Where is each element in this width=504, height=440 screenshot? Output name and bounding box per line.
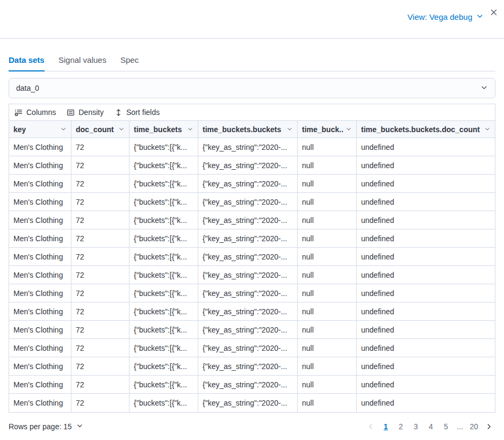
table-cell[interactable]: 72	[71, 193, 129, 211]
table-cell[interactable]: Men's Clothing	[9, 156, 71, 174]
table-cell[interactable]: undefined	[357, 156, 495, 174]
table-cell[interactable]: {"buckets":[{"k...	[129, 138, 198, 156]
column-header-key[interactable]: key	[9, 121, 71, 138]
table-cell[interactable]: null	[298, 156, 357, 174]
view-selector-button[interactable]: View: Vega debug	[407, 12, 484, 21]
table-cell[interactable]: undefined	[357, 376, 495, 393]
table-cell[interactable]: Men's Clothing	[9, 138, 71, 156]
table-cell[interactable]: {"buckets":[{"k...	[129, 394, 198, 412]
table-cell[interactable]: Men's Clothing	[9, 193, 71, 211]
table-cell[interactable]: 72	[71, 138, 129, 156]
table-cell[interactable]: 72	[71, 376, 129, 393]
table-cell[interactable]: undefined	[357, 175, 495, 192]
table-cell[interactable]: {"key_as_string":"2020-...	[198, 229, 298, 247]
table-cell[interactable]: {"key_as_string":"2020-...	[198, 357, 298, 375]
table-cell[interactable]: null	[298, 193, 357, 211]
table-cell[interactable]: {"key_as_string":"2020-...	[198, 376, 298, 393]
table-cell[interactable]: 72	[71, 339, 129, 357]
table-cell[interactable]: null	[298, 357, 357, 375]
table-cell[interactable]: Men's Clothing	[9, 302, 71, 320]
table-cell[interactable]: {"key_as_string":"2020-...	[198, 302, 298, 320]
table-cell[interactable]: undefined	[357, 248, 495, 265]
table-cell[interactable]: Men's Clothing	[9, 394, 71, 412]
table-cell[interactable]: {"key_as_string":"2020-...	[198, 321, 298, 338]
page-button-4[interactable]: 4	[424, 420, 437, 433]
table-cell[interactable]: {"buckets":[{"k...	[129, 266, 198, 284]
table-cell[interactable]: 72	[71, 211, 129, 229]
table-cell[interactable]: undefined	[357, 211, 495, 229]
table-cell[interactable]: {"buckets":[{"k...	[129, 248, 198, 265]
table-cell[interactable]: Men's Clothing	[9, 321, 71, 338]
tab-spec[interactable]: Spec	[120, 55, 139, 71]
table-cell[interactable]: {"key_as_string":"2020-...	[198, 156, 298, 174]
table-cell[interactable]: {"buckets":[{"k...	[129, 339, 198, 357]
table-cell[interactable]: null	[298, 229, 357, 247]
table-cell[interactable]: undefined	[357, 266, 495, 284]
table-cell[interactable]: undefined	[357, 193, 495, 211]
table-cell[interactable]: {"buckets":[{"k...	[129, 193, 198, 211]
table-cell[interactable]: Men's Clothing	[9, 284, 71, 302]
table-cell[interactable]: undefined	[357, 394, 495, 412]
page-button-3[interactable]: 3	[409, 420, 422, 433]
column-header-time-buck[interactable]: time_buck...	[298, 121, 357, 138]
density-button[interactable]: Density	[67, 108, 104, 117]
table-cell[interactable]: {"key_as_string":"2020-...	[198, 394, 298, 412]
table-cell[interactable]: undefined	[357, 138, 495, 156]
table-cell[interactable]: null	[298, 138, 357, 156]
column-header-time-buckets-buckets[interactable]: time_buckets.buckets	[198, 121, 298, 138]
table-cell[interactable]: null	[298, 302, 357, 320]
table-cell[interactable]: null	[298, 394, 357, 412]
close-icon[interactable]	[488, 6, 500, 18]
table-cell[interactable]: {"buckets":[{"k...	[129, 211, 198, 229]
table-cell[interactable]: null	[298, 266, 357, 284]
table-cell[interactable]: 72	[71, 229, 129, 247]
table-cell[interactable]: {"buckets":[{"k...	[129, 302, 198, 320]
column-header-doc-count[interactable]: doc_count	[71, 121, 129, 138]
table-cell[interactable]: 72	[71, 266, 129, 284]
table-cell[interactable]: 72	[71, 248, 129, 265]
table-cell[interactable]: undefined	[357, 302, 495, 320]
dataset-select[interactable]: data_0	[9, 78, 495, 98]
page-button-1[interactable]: 1	[379, 420, 392, 433]
table-cell[interactable]: undefined	[357, 229, 495, 247]
rows-per-page-button[interactable]: Rows per page: 15	[9, 422, 83, 431]
page-next-button[interactable]	[483, 420, 495, 433]
table-cell[interactable]: null	[298, 175, 357, 192]
table-cell[interactable]: undefined	[357, 321, 495, 338]
table-cell[interactable]: {"key_as_string":"2020-...	[198, 248, 298, 265]
table-cell[interactable]: null	[298, 376, 357, 393]
table-cell[interactable]: {"buckets":[{"k...	[129, 357, 198, 375]
table-cell[interactable]: {"key_as_string":"2020-...	[198, 339, 298, 357]
table-cell[interactable]: {"key_as_string":"2020-...	[198, 284, 298, 302]
table-cell[interactable]: null	[298, 321, 357, 338]
page-button-5[interactable]: 5	[440, 420, 452, 433]
table-cell[interactable]: Men's Clothing	[9, 339, 71, 357]
table-cell[interactable]: 72	[71, 156, 129, 174]
table-cell[interactable]: null	[298, 248, 357, 265]
table-cell[interactable]: {"buckets":[{"k...	[129, 284, 198, 302]
table-cell[interactable]: {"key_as_string":"2020-...	[198, 193, 298, 211]
table-cell[interactable]: 72	[71, 284, 129, 302]
page-button-2[interactable]: 2	[394, 420, 407, 433]
table-cell[interactable]: Men's Clothing	[9, 175, 71, 192]
table-cell[interactable]: undefined	[357, 284, 495, 302]
table-cell[interactable]: null	[298, 211, 357, 229]
table-cell[interactable]: Men's Clothing	[9, 211, 71, 229]
column-header-time-buckets[interactable]: time_buckets	[129, 121, 198, 138]
table-cell[interactable]: {"buckets":[{"k...	[129, 229, 198, 247]
column-header-time-buckets-buckets-doc-count[interactable]: time_buckets.buckets.doc_count	[357, 121, 495, 138]
table-cell[interactable]: 72	[71, 302, 129, 320]
table-cell[interactable]: {"buckets":[{"k...	[129, 175, 198, 192]
table-cell[interactable]: undefined	[357, 357, 495, 375]
table-cell[interactable]: {"key_as_string":"2020-...	[198, 138, 298, 156]
tab-signal-values[interactable]: Signal values	[59, 55, 106, 71]
table-cell[interactable]: Men's Clothing	[9, 229, 71, 247]
table-cell[interactable]: Men's Clothing	[9, 376, 71, 393]
table-cell[interactable]: null	[298, 339, 357, 357]
page-button-20[interactable]: 20	[467, 420, 480, 433]
table-cell[interactable]: 72	[71, 394, 129, 412]
page-prev-button[interactable]	[364, 420, 377, 433]
table-cell[interactable]: {"key_as_string":"2020-...	[198, 211, 298, 229]
table-cell[interactable]: Men's Clothing	[9, 248, 71, 265]
table-cell[interactable]: {"buckets":[{"k...	[129, 321, 198, 338]
